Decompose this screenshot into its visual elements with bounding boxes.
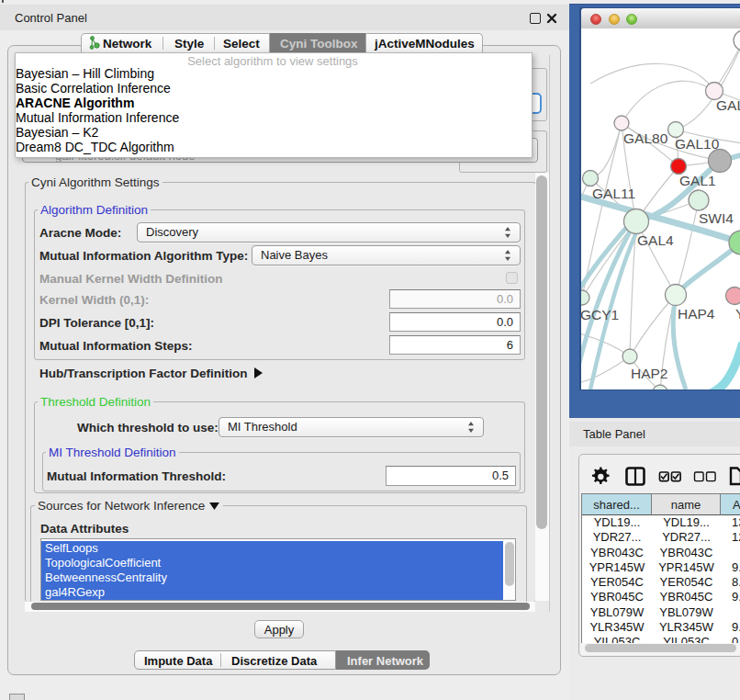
svg-text:GAL7: GAL7 <box>716 97 740 113</box>
svg-text:SWI4: SWI4 <box>699 210 734 226</box>
svg-text:HAP4: HAP4 <box>678 306 715 322</box>
svg-text:GAL1: GAL1 <box>679 173 716 188</box>
svg-text:YJ: YJ <box>735 306 740 322</box>
svg-text:GCY1: GCY1 <box>581 307 619 322</box>
svg-text:GAL80: GAL80 <box>623 130 668 146</box>
svg-text:GAL10: GAL10 <box>675 136 720 152</box>
svg-text:GAL4: GAL4 <box>637 232 674 248</box>
svg-text:GAL11: GAL11 <box>592 186 635 201</box>
svg-text:HAP2: HAP2 <box>631 366 668 381</box>
